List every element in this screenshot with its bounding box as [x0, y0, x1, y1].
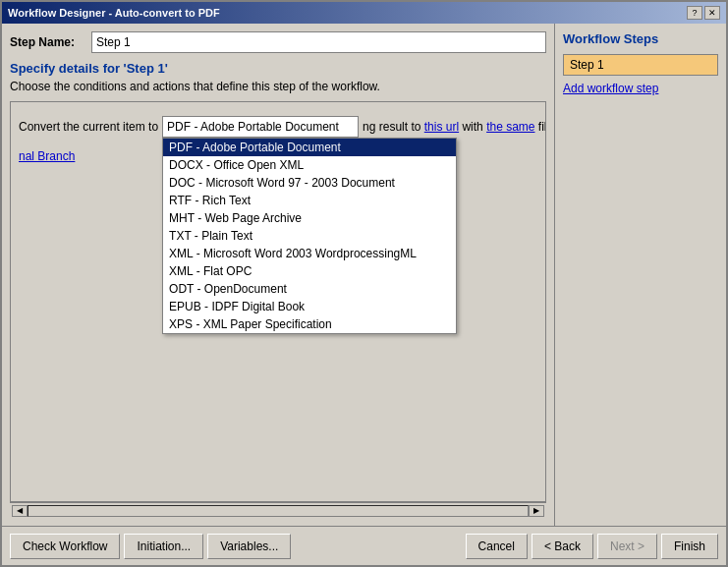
bottom-right-buttons: Cancel < Back Next > Finish — [466, 534, 718, 559]
section-title: Specify details for 'Step 1' — [10, 61, 546, 76]
this-url-link[interactable]: this url — [424, 120, 459, 134]
dropdown-option[interactable]: XPS - XML Paper Specification — [163, 315, 456, 333]
dropdown-option[interactable]: XML - Microsoft Word 2003 Wordprocessing… — [163, 245, 456, 262]
format-dropdown-wrapper: PDF - Adobe Portable DocumentDOCX - Offi… — [162, 116, 359, 138]
convert-label: Convert the current item to — [19, 120, 158, 134]
result-text: ng result to this url with the same file… — [363, 120, 546, 134]
horizontal-scrollbar: ◀ ▶ — [10, 502, 546, 518]
bottom-bar: Check Workflow Initiation... Variables..… — [2, 526, 726, 565]
step-name-row: Step Name: — [10, 31, 546, 53]
main-window: Workflow Designer - Auto-convert to PDF … — [0, 0, 728, 567]
back-button[interactable]: < Back — [532, 534, 593, 559]
branch-link[interactable]: nal Branch — [19, 149, 75, 163]
content-area: Convert the current item to PDF - Adobe … — [10, 101, 546, 502]
step-name-label: Step Name: — [10, 35, 84, 49]
finish-button[interactable]: Finish — [661, 534, 718, 559]
sidebar-title: Workflow Steps — [563, 31, 718, 46]
scroll-left-button[interactable]: ◀ — [12, 505, 28, 517]
add-workflow-step-link[interactable]: Add workflow step — [563, 82, 718, 95]
dropdown-option[interactable]: TXT - Plain Text — [163, 227, 456, 245]
dropdown-option[interactable]: PDF - Adobe Portable Document — [163, 139, 456, 156]
title-controls: ? ✕ — [687, 6, 720, 20]
format-dropdown[interactable]: PDF - Adobe Portable DocumentDOCX - Offi… — [162, 116, 359, 138]
format-dropdown-list[interactable]: PDF - Adobe Portable DocumentDOCX - Offi… — [162, 138, 457, 334]
workflow-step-1-label: Step 1 — [570, 58, 604, 72]
section-description: Choose the conditions and actions that d… — [10, 80, 546, 93]
scroll-right-button[interactable]: ▶ — [529, 505, 544, 517]
title-bar: Workflow Designer - Auto-convert to PDF … — [2, 2, 726, 24]
main-panel: Step Name: Specify details for 'Step 1' … — [2, 24, 554, 526]
workflow-step-1[interactable]: Step 1 — [563, 54, 718, 76]
dropdown-option[interactable]: EPUB - IDPF Digital Book — [163, 298, 456, 315]
the-same-link[interactable]: the same — [486, 120, 534, 134]
dropdown-option[interactable]: DOCX - Office Open XML — [163, 156, 456, 174]
content-inner: Convert the current item to PDF - Adobe … — [11, 102, 545, 171]
step-name-input[interactable] — [91, 31, 546, 53]
window-content: Step Name: Specify details for 'Step 1' … — [2, 24, 726, 526]
help-button[interactable]: ? — [687, 6, 702, 20]
dropdown-option[interactable]: MHT - Web Page Archive — [163, 209, 456, 227]
next-button[interactable]: Next > — [597, 534, 657, 559]
dropdown-option[interactable]: RTF - Rich Text — [163, 192, 456, 209]
cancel-button[interactable]: Cancel — [466, 534, 528, 559]
variables-button[interactable]: Variables... — [207, 534, 291, 559]
convert-row: Convert the current item to PDF - Adobe … — [19, 116, 537, 138]
close-button[interactable]: ✕ — [704, 6, 720, 20]
dropdown-option[interactable]: DOC - Microsoft Word 97 - 2003 Document — [163, 174, 456, 192]
dropdown-option[interactable]: ODT - OpenDocument — [163, 280, 456, 298]
initiation-button[interactable]: Initiation... — [124, 534, 203, 559]
dropdown-option[interactable]: XML - Flat OPC — [163, 262, 456, 280]
sidebar: Workflow Steps Step 1 Add workflow step — [554, 24, 726, 526]
check-workflow-button[interactable]: Check Workflow — [10, 534, 120, 559]
scrollbar-track[interactable] — [28, 505, 529, 517]
window-title: Workflow Designer - Auto-convert to PDF — [8, 7, 220, 19]
